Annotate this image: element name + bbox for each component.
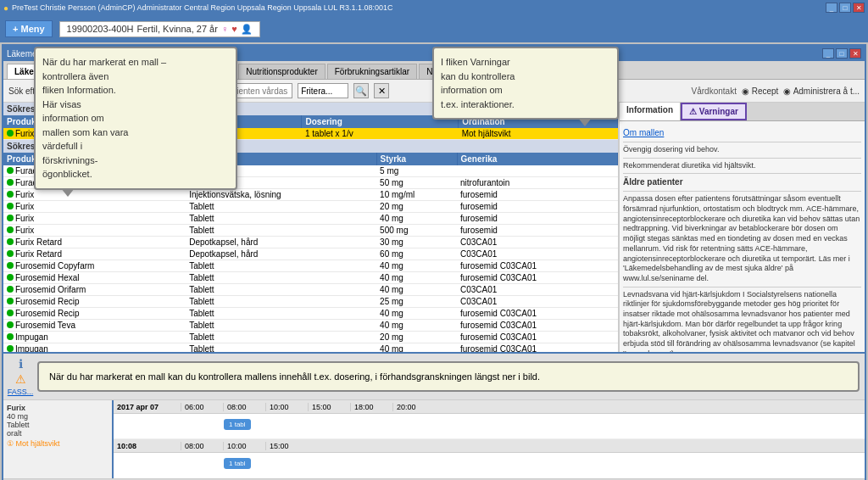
bottom-tooltip: När du har markerat en mall kan du kontr… — [37, 361, 860, 393]
tl-time-2: 08:00 — [224, 403, 266, 411]
clear-button[interactable]: ✕ — [374, 83, 389, 98]
title-text: PreTest Christie Persson (AdminCP) Admin… — [12, 3, 392, 12]
tl-time-6: 20:00 — [393, 403, 436, 411]
timeline-drug-form: Tablett — [7, 421, 108, 429]
minimize-button[interactable]: _ — [826, 3, 837, 13]
fass-button[interactable]: FASS... — [8, 388, 34, 396]
table-row[interactable]: Impugan Tablett 20 mg furosemid C03CA01 — [3, 332, 618, 343]
tooltip-left: När du har markerat en mall – kontroller… — [34, 47, 237, 190]
top-nav: + Meny 19900203-400H Fertil, Kvinna, 27 … — [0, 15, 868, 42]
col-styrka-2: Styrka — [376, 153, 457, 165]
tl-h2-t3: 15:00 — [266, 442, 309, 450]
maximize-button[interactable]: □ — [839, 3, 851, 13]
timeline: Furix 40 mg Tablett oralt ① Mot hjältsvi… — [3, 399, 865, 478]
timeline-pills-row-2: 1 tabl — [114, 453, 865, 478]
tl-time-4: 15:00 — [309, 403, 351, 411]
timeline-inner: Furix 40 mg Tablett oralt ① Mot hjältsvi… — [3, 400, 865, 478]
patient-details: Fertil, Kvinna, 27 år — [137, 24, 218, 34]
table-row[interactable]: Furix Retard Depotkapsel, hård 30 mg C03… — [3, 237, 618, 248]
timeline-pill-1: 1 tabl — [224, 419, 251, 430]
patient-id: 19900203-400H — [67, 24, 134, 34]
tooltip-right: I fliken Varningar kan du kontrollera in… — [432, 47, 619, 120]
right-panel: Information ⚠ Varningar Om mallen Övengi… — [619, 103, 865, 352]
table-row[interactable]: Furix Tablett 20 mg furosemid — [3, 201, 618, 213]
rpanel-section-mall: Om mallen — [623, 125, 861, 142]
bottom-area: ℹ ⚠ FASS... När du har markerat en mall … — [3, 352, 865, 480]
timeline-date1: 2017 apr 07 — [114, 403, 181, 411]
search-button[interactable]: 🔍 — [353, 83, 369, 98]
timeline-pills-row: 1 tabl — [114, 414, 865, 439]
levnadsvana-text: Levnadsvana vid hjärt-kärlsjukdom I Soci… — [623, 287, 861, 352]
timeline-content: 2017 apr 07 06:00 08:00 10:00 15:00 18:0… — [114, 400, 865, 478]
rekommenderat-text: Rekommenderat diuretika vid hjältsvikt. — [623, 161, 756, 171]
tl-time-3: 10:00 — [266, 403, 309, 411]
timeline-drug-route: oralt — [7, 429, 108, 438]
inner-minimize-button[interactable]: _ — [822, 48, 834, 59]
tl-h2-t2: 10:00 — [224, 442, 266, 450]
rpanel-section-diuretika: Rekommenderat diuretika vid hjältsvikt. — [623, 159, 861, 175]
tooltip2-arrow — [578, 118, 592, 126]
menu-button[interactable]: + Meny — [5, 20, 53, 37]
close-button[interactable]: ✕ — [853, 3, 865, 13]
table-row[interactable]: Furix Injektionsvätska, lösning 10 mg/ml… — [3, 189, 618, 201]
tl-time-1: 06:00 — [181, 403, 224, 411]
table-row[interactable]: Impugan Tablett 40 mg furosemid C03CA01 — [3, 343, 618, 353]
receipt-option[interactable]: ◉ Recept — [742, 87, 778, 96]
tab-varningar[interactable]: ⚠ Varningar — [681, 103, 747, 120]
tab-information[interactable]: Information — [620, 103, 681, 120]
warning-triangle-icon: ⚠ — [15, 372, 26, 386]
rpanel-content: Om mallen Övengig dosering vid behov. Re… — [620, 121, 865, 352]
info-circle-icon: ℹ — [19, 357, 23, 371]
table-row[interactable]: Furosemid Teva Tablett 40 mg furosemid C… — [3, 320, 618, 332]
patient-info: 19900203-400H Fertil, Kvinna, 27 år ♀ ♥ … — [59, 21, 260, 37]
table-row[interactable]: Furosemid Recip Tablett 40 mg furosemid … — [3, 308, 618, 320]
vaardkontakt-label: Vårdkontakt — [692, 87, 737, 96]
admin-option[interactable]: ◉ Administrera å t... — [783, 87, 860, 96]
ovengig-dosering-text: Övengig dosering vid behov. — [623, 145, 719, 155]
rpanel-tabs: Information ⚠ Varningar — [620, 103, 865, 121]
table-row[interactable]: Furix Tablett 40 mg furosemid — [3, 213, 618, 225]
table-row[interactable]: Furosemid Hexal Tablett 40 mg furosemid … — [3, 272, 618, 284]
tooltip1-arrow — [61, 188, 75, 197]
search-filter-input[interactable] — [298, 83, 348, 98]
timeline-header: 2017 apr 07 06:00 08:00 10:00 15:00 18:0… — [114, 400, 865, 414]
rpanel-section-dosering: Övengig dosering vid behov. — [623, 142, 861, 159]
tab-nutritionsprodukter[interactable]: Nutritionsprodukter — [238, 64, 325, 79]
table-row[interactable]: Furosemid Orifarm Tablett 40 mg C03CA01 — [3, 284, 618, 296]
gender-icon: ♀ — [221, 24, 228, 34]
timeline-pill-2: 1 tabl — [224, 458, 251, 469]
table-row[interactable]: Furix Tablett 500 mg furosemid — [3, 225, 618, 237]
user-icon: 👤 — [241, 24, 253, 35]
table-row[interactable]: Furix Retard Depotkapsel, hård 60 mg C03… — [3, 248, 618, 260]
timeline-drug-dose: 40 mg — [7, 412, 108, 421]
inner-close-button[interactable]: ✕ — [849, 48, 861, 59]
body-text: Anpassa dosen efter patientens förutsätt… — [623, 192, 861, 287]
table-row[interactable]: Furosemid Copyfarm Tablett 40 mg furosem… — [3, 260, 618, 272]
table-row[interactable]: Furosemid Recip Tablett 25 mg C03CA01 — [3, 296, 618, 308]
bottom-tooltip-row: ℹ ⚠ FASS... När du har markerat en mall … — [3, 354, 865, 399]
timeline-drug-name: Furix — [7, 404, 108, 412]
left-sidebar-icons: ℹ ⚠ FASS... — [8, 357, 32, 396]
rpanel-section-aldre: Äldre patienter — [623, 174, 861, 192]
heart-icon: ♥ — [231, 24, 237, 34]
tab-forbrukningsartiklar[interactable]: Förbrukningsartiklar — [327, 64, 417, 79]
timeline-warning: ① Mot hjältsvikt — [7, 439, 108, 448]
col-generika-2: Generika — [457, 153, 617, 165]
tl-date2: 10:08 — [114, 442, 181, 450]
timeline-drug-info: Furix 40 mg Tablett oralt ① Mot hjältsvi… — [3, 400, 114, 478]
tl-h2-t1: 08:00 — [181, 442, 224, 450]
title-bar: ● PreTest Christie Persson (AdminCP) Adm… — [0, 0, 868, 15]
app-icon: ● — [3, 3, 8, 13]
inner-maximize-button[interactable]: □ — [836, 48, 848, 59]
timeline-header-2: 10:08 08:00 10:00 15:00 — [114, 439, 865, 453]
aldre-patienter-label: Äldre patienter — [623, 176, 683, 188]
tl-time-5: 18:00 — [351, 403, 393, 411]
om-mallen-link[interactable]: Om mallen — [623, 127, 664, 139]
